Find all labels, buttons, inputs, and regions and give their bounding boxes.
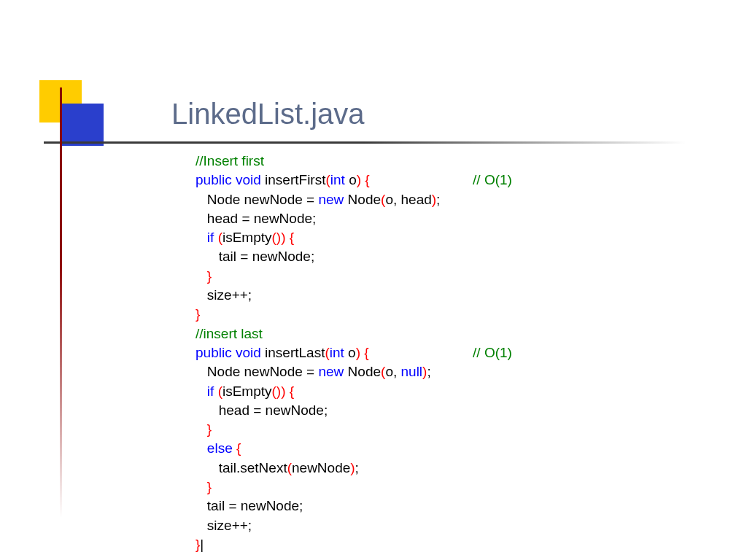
code-text: head = newNode; [219,402,328,418]
keyword: else [207,440,233,456]
brace: { [236,440,241,456]
comment: //insert last [196,326,263,341]
comment: //Insert first [196,153,264,168]
keyword: new [318,192,344,207]
paren: () [272,230,282,245]
code-block: //Insert first public void insertFirst(i… [196,152,512,554]
code-text: isEmpty [222,384,272,399]
square-blue [61,104,104,146]
slide: LinkedList.java //Insert first public vo… [0,0,747,560]
keyword: new [318,364,344,379]
brace: { [290,230,294,245]
code-text: ; [436,192,440,207]
code-text: tail = newNode; [219,249,315,264]
keyword: public void [196,172,261,187]
keyword: if [207,384,214,399]
keyword: int [330,345,344,360]
code-text: Node newNode = [207,192,319,207]
code-text: o, [385,364,400,379]
code-text: ; [427,364,430,379]
code-text: size++; [207,287,252,303]
code-text: tail.setNext [219,460,287,475]
brace: } [207,421,212,437]
code-text: o [344,345,356,360]
keyword: null [401,364,423,379]
brace: } [207,479,212,494]
paren: () [272,384,282,399]
code-text: Node [344,192,381,207]
keyword: int [330,172,345,187]
page-title: LinkedList.java [171,98,365,131]
comment: // O(1) [473,172,512,187]
keyword: if [207,230,214,245]
keyword: public void [196,345,261,360]
code-text [370,172,473,187]
comment: // O(1) [473,345,512,360]
code-text: isEmpty [222,230,272,245]
code-text: head = newNode; [207,211,316,226]
code-text: Node newNode = [207,364,319,379]
brace: } [196,306,200,322]
code-text: o [345,172,357,187]
brace: } [207,268,212,284]
code-text [369,345,473,360]
code-text: newNode [292,460,350,475]
code-text: insertFirst [261,172,326,187]
brace: { [290,384,294,399]
horizontal-rule [44,141,686,144]
code-text: tail = newNode; [207,498,303,513]
decorative-squares [29,80,117,168]
code-text: ; [355,460,359,475]
vertical-rule [60,88,62,518]
code-text: o, head [385,192,431,207]
code-text: insertLast [261,345,325,360]
code-text: size++; [207,518,252,533]
code-text: Node [344,364,381,379]
cursor: | [200,537,204,552]
